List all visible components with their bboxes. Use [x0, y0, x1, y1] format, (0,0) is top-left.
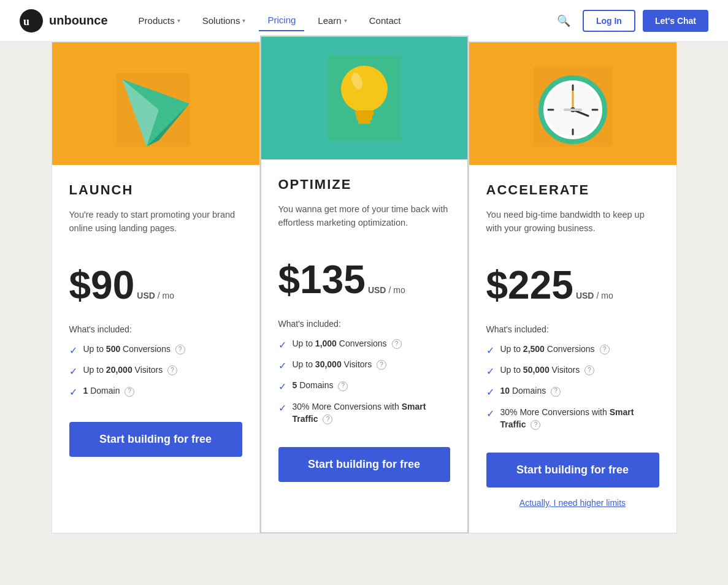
help-icon[interactable]: ? — [392, 339, 402, 349]
nav-right: 🔍 Log In Let's Chat — [552, 9, 708, 32]
plan-body-launch: Launch You're ready to start promoting y… — [52, 165, 259, 400]
chevron-down-icon: ▾ — [177, 17, 180, 24]
feature-text: 30% More Conversions with Smart Traffic … — [293, 400, 450, 426]
list-item: ✓ 5 Domains ? — [278, 379, 450, 394]
feature-text: 30% More Conversions with Smart Traffic … — [500, 406, 659, 431]
plan-desc-optimize: You wanna get more of your time back wit… — [278, 202, 450, 243]
nav-label-solutions: Solutions — [202, 15, 240, 26]
svg-text:u: u — [23, 15, 29, 28]
price-amount-optimize: $135 — [278, 260, 366, 299]
list-item: ✓ 30% More Conversions with Smart Traffi… — [486, 406, 659, 431]
check-icon: ✓ — [486, 407, 494, 421]
check-icon: ✓ — [486, 343, 494, 358]
list-item: ✓ 1 Domain ? — [69, 384, 242, 399]
plan-desc-accelerate: You need big-time bandwidth to keep up w… — [486, 208, 659, 248]
help-icon[interactable]: ? — [584, 365, 594, 375]
plan-name-optimize: Optimize — [278, 177, 450, 193]
feature-text: Up to 2,500 Conversions ? — [500, 343, 610, 355]
plan-body-optimize: Optimize You wanna get more of your time… — [261, 159, 467, 425]
logo-icon: u — [20, 9, 43, 32]
plan-name-launch: Launch — [69, 182, 242, 198]
nav-item-contact[interactable]: Contact — [361, 10, 410, 31]
price-period-optimize: / mo — [388, 285, 405, 295]
whats-included-launch: What's included: — [69, 324, 242, 334]
feature-text: 5 Domains ? — [293, 379, 348, 391]
price-row-accelerate: $225 USD / mo — [486, 266, 659, 305]
check-icon: ✓ — [486, 385, 494, 399]
price-period-launch: / mo — [158, 291, 174, 300]
plan-card-launch: Launch You're ready to start promoting y… — [52, 42, 260, 533]
check-icon: ✓ — [69, 385, 77, 399]
help-icon[interactable]: ? — [175, 345, 185, 354]
list-item: ✓ Up to 500 Conversions ? — [69, 343, 242, 358]
feature-text: 1 Domain ? — [83, 384, 135, 397]
nav-item-solutions[interactable]: Solutions ▾ — [194, 10, 255, 31]
login-button[interactable]: Log In — [583, 10, 635, 32]
help-icon[interactable]: ? — [167, 365, 177, 375]
svg-rect-10 — [358, 120, 370, 124]
check-icon: ✓ — [69, 343, 77, 358]
check-icon: ✓ — [278, 338, 286, 352]
chat-button[interactable]: Let's Chat — [643, 10, 708, 32]
check-icon: ✓ — [69, 364, 77, 378]
whats-included-optimize: What's included: — [278, 319, 450, 329]
lightbulb-icon — [324, 49, 404, 147]
plan-card-accelerate: Accelerate You need big-time bandwidth t… — [469, 42, 677, 533]
nav-label-contact: Contact — [369, 15, 401, 26]
higher-limits-section: Actually, I need higher limits — [469, 497, 676, 508]
list-item: ✓ Up to 30,000 Visitors ? — [278, 358, 450, 373]
nav-label-products: Products — [139, 15, 175, 26]
list-item: ✓ 30% More Conversions with Smart Traffi… — [278, 400, 450, 426]
feature-text: Up to 30,000 Visitors ? — [293, 358, 387, 370]
check-icon: ✓ — [486, 364, 494, 378]
search-button[interactable]: 🔍 — [552, 9, 575, 32]
check-icon: ✓ — [278, 401, 286, 415]
cta-button-optimize[interactable]: Start building for free — [278, 447, 450, 482]
nav-item-pricing[interactable]: Pricing — [259, 10, 304, 31]
help-icon[interactable]: ? — [600, 345, 610, 354]
price-period-accelerate: / mo — [596, 291, 613, 300]
feature-text: Up to 20,000 Visitors ? — [83, 364, 178, 376]
feature-text: Up to 1,000 Conversions ? — [293, 337, 402, 350]
price-amount-launch: $90 — [69, 266, 135, 305]
list-item: ✓ Up to 1,000 Conversions ? — [278, 337, 450, 352]
help-icon[interactable]: ? — [551, 387, 561, 397]
higher-limits-link[interactable]: Actually, I need higher limits — [519, 498, 626, 508]
feature-text: 10 Domains ? — [500, 384, 561, 397]
svg-point-7 — [341, 66, 388, 112]
pricing-grid: Launch You're ready to start promoting y… — [52, 42, 677, 533]
feature-list-accelerate: ✓ Up to 2,500 Conversions ? ✓ Up to 50,0… — [486, 343, 659, 430]
nav-label-pricing: Pricing — [267, 15, 296, 25]
nav-item-products[interactable]: Products ▾ — [130, 10, 189, 31]
cta-button-launch[interactable]: Start building for free — [69, 422, 242, 457]
svg-rect-9 — [356, 115, 372, 120]
price-currency-accelerate: USD — [576, 291, 594, 300]
feature-text: Up to 500 Conversions ? — [83, 343, 185, 355]
nav-label-learn: Learn — [318, 15, 341, 26]
help-icon[interactable]: ? — [323, 415, 332, 424]
price-currency-launch: USD — [137, 291, 155, 300]
plan-image-accelerate — [469, 42, 676, 165]
price-amount-accelerate: $225 — [486, 266, 573, 305]
help-icon[interactable]: ? — [125, 387, 134, 397]
logo[interactable]: u unbounce — [20, 9, 108, 32]
price-row-optimize: $135 USD / mo — [278, 260, 450, 299]
whats-included-accelerate: What's included: — [486, 324, 659, 334]
price-currency-optimize: USD — [368, 285, 386, 295]
help-icon[interactable]: ? — [531, 420, 540, 430]
feature-text: Up to 50,000 Visitors ? — [500, 364, 595, 376]
cta-button-accelerate[interactable]: Start building for free — [486, 453, 659, 488]
help-icon[interactable]: ? — [377, 360, 386, 370]
logo-text: unbounce — [49, 13, 108, 28]
list-item: ✓ Up to 2,500 Conversions ? — [486, 343, 659, 358]
svg-rect-8 — [355, 110, 374, 115]
check-icon: ✓ — [278, 380, 286, 394]
plan-image-launch — [52, 42, 259, 165]
help-icon[interactable]: ? — [338, 381, 348, 391]
nav-item-learn[interactable]: Learn ▾ — [309, 10, 355, 31]
plan-name-accelerate: Accelerate — [486, 182, 659, 198]
search-icon: 🔍 — [557, 15, 570, 27]
plan-image-optimize — [261, 37, 467, 159]
plan-desc-launch: You're ready to start promoting your bra… — [69, 208, 242, 248]
list-item: ✓ 10 Domains ? — [486, 384, 659, 399]
